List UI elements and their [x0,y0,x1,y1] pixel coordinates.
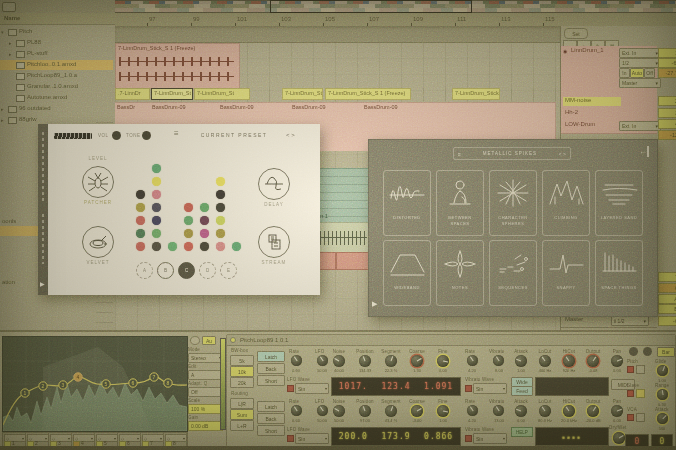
track-value-box[interactable]: -6 [658,316,676,326]
midi-clip-linndrum[interactable]: 7-LinnDrum_St [151,88,193,100]
filter-a-attack-knob[interactable] [515,355,527,367]
eq-band-cell-8[interactable]: ◇▾8 [164,433,187,447]
preset-card-wideband[interactable]: WIDEBAND [383,240,431,306]
preset-card-notes[interactable]: NOTES [436,240,484,306]
eq-band-cell-4[interactable]: ◇▾4 [72,433,95,447]
color-dot[interactable] [216,242,225,251]
filter-a-locut-knob[interactable] [539,355,551,367]
filter-a-output-knob[interactable] [587,355,599,367]
browser-item-granular-1-0-amxd[interactable]: Granular..1.0.amxd [0,82,113,92]
preset-card-space-things[interactable]: SPACE THINGS [595,240,643,306]
color-dot[interactable] [200,216,209,225]
preset-slot-e[interactable]: E [220,262,237,279]
color-dot[interactable] [184,229,193,238]
color-dot[interactable] [152,216,161,225]
color-dot[interactable] [136,190,145,199]
pitch-led[interactable] [627,366,634,373]
browser-item-pl-stuff[interactable]: ▸PL-stuff [0,49,113,59]
browser-selected-fragment[interactable] [0,226,40,236]
vibrato-b-rate-knob[interactable] [467,405,478,416]
window-control-button[interactable] [2,2,16,12]
eq-band-cell-2[interactable]: ◇▾2 [26,433,49,447]
color-dot[interactable] [184,203,193,212]
retry-icon[interactable] [190,336,200,345]
expand-arrow-icon[interactable]: ▸ [9,40,12,46]
feed-button[interactable]: Feed [511,386,533,396]
engine-a-lfo-knob[interactable] [317,355,328,366]
output-routing-select[interactable]: Master▾ [619,78,661,88]
filter-b-pan-knob[interactable] [611,405,623,417]
audio-clip-red[interactable] [336,252,370,270]
current-preset-label[interactable]: CURRENT PRESET [188,132,280,138]
track-value-box[interactable]: -12 [658,130,676,140]
engine-a-short-button[interactable]: Short [257,375,285,386]
browser-item-pitch[interactable]: ▾Pitch [0,27,113,37]
eq-band-cell-3[interactable]: ◇▾3 [49,433,72,447]
macro-knob-delay[interactable] [258,168,290,200]
filter-b-locut-knob[interactable] [539,405,551,417]
color-dot[interactable] [136,203,145,212]
audio-clip-linndrum-freeze[interactable]: 7-LinnDrum_Stick_S 1 (Freeze) [115,43,240,89]
eq-band-cell-6[interactable]: ◇▾6 [118,433,141,447]
vibrato-a-wave-select[interactable]: Sin▾ [473,383,507,394]
color-dot[interactable] [184,242,193,251]
track-value-box[interactable]: 2 [658,96,676,106]
track-value-box[interactable]: B [658,304,676,314]
color-dot[interactable] [216,190,225,199]
input-routing-select[interactable]: Ext. In▾ [619,121,661,131]
midi-clip-linndrum[interactable]: 7-LinnDrum_Stick_S 1 (Freeze) [325,88,411,100]
track-header-low-drum[interactable]: LOW-Drum Ext. In▾ [561,119,657,134]
misc-knob[interactable] [629,347,638,356]
color-dot[interactable] [152,229,161,238]
track-value-box[interactable]: A [658,294,676,304]
arrangement-overview[interactable] [115,0,676,13]
engine-b-coarse-knob[interactable] [411,405,423,417]
filter-b-output-knob[interactable] [587,405,599,417]
macro-knob-patcher[interactable] [82,166,114,198]
engine-b-fine-knob[interactable] [437,405,449,417]
track-fold-icon[interactable]: ◉ [563,48,567,54]
eq-band-cell-1[interactable]: ◇▾1 [3,433,26,447]
midi-clip-linndrum[interactable]: 7-LinnDrum_Stick [452,88,500,100]
color-dot[interactable] [184,216,193,225]
track-value-box[interactable]: 1 [658,48,676,58]
eq8-display[interactable]: 12345678 [2,336,188,432]
vibrato-a-rate-knob[interactable] [467,355,478,366]
monitor-off-button[interactable]: Off [644,68,655,78]
gain-value[interactable]: 0.00 dB [188,421,223,431]
midi-clip-linndrum[interactable]: 7-LinnDrum_St [194,88,250,100]
filter-b-attack-knob[interactable] [515,405,527,417]
color-dot[interactable] [136,242,145,251]
vibrato-b-wave-select[interactable]: Sin▾ [473,433,507,444]
midi-clip-linndrum[interactable]: 7-LinnDrum_St [282,88,323,100]
track-header-linndrum[interactable]: ◉ LinnDrum_1 Ext. In▾ 1/2▾ In Auto Off M… [561,46,657,97]
tone-knob[interactable] [142,131,151,140]
track-value-box[interactable]: 0 [658,283,676,293]
engine-b-wave-led[interactable] [287,435,294,442]
set-button[interactable]: Set [564,28,588,39]
routing-option-L-R[interactable]: L|R [230,398,254,409]
fold-arrow-icon[interactable]: ▶ [372,300,377,308]
browser-item-pitchloop89-1-0-a[interactable]: PitchLoop89_1.0.a [0,71,113,81]
preset-card-climbing[interactable]: CLIMBING [542,170,590,236]
pitch-mode-button[interactable] [636,365,645,374]
color-dot[interactable] [200,242,209,251]
preset-slot-d[interactable]: D [199,262,216,279]
preset-arrows[interactable]: < > [286,132,295,138]
overview-view-selector[interactable] [270,0,472,13]
engine-b-position-knob[interactable] [359,405,371,417]
color-dot[interactable] [152,203,161,212]
scale-value[interactable]: 100 % [188,404,223,414]
expand-arrow-icon[interactable]: ▸ [9,51,12,57]
color-dot[interactable] [200,203,209,212]
device-title-bar[interactable]: PitchLoop89 1.0.1 [227,335,675,346]
color-dot[interactable] [136,229,145,238]
au-button[interactable]: Au [202,336,216,345]
vca-led[interactable] [627,414,634,421]
vca-mode-button[interactable] [636,413,645,422]
engine-a-wave-select[interactable]: Sin▾ [295,383,329,394]
browser-item-pitchloo-0-1-amxd[interactable]: Pitchloo..0.1.amxd [0,60,113,70]
engine-b-segment-knob[interactable] [385,405,397,417]
color-dot[interactable] [200,229,209,238]
filter-b-hicut-knob[interactable] [563,405,575,417]
